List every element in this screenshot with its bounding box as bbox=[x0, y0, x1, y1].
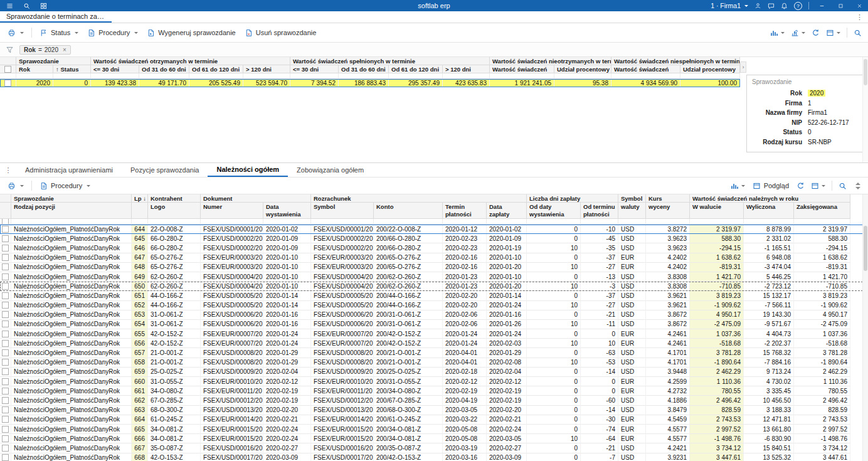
row-checkbox[interactable] bbox=[2, 435, 9, 442]
report-row[interactable]: 20200139 423.3849 171.70205 525.49523 59… bbox=[0, 79, 740, 87]
row-checkbox[interactable] bbox=[2, 426, 9, 433]
filter-cell[interactable] bbox=[201, 219, 263, 225]
more-options-icon[interactable]: ⋮ bbox=[851, 11, 868, 23]
filter-cell[interactable] bbox=[243, 73, 290, 79]
row-checkbox[interactable] bbox=[2, 397, 9, 404]
table-row[interactable]: NależnościOgółem_PłatnośćDanyRok66031-O-… bbox=[0, 377, 863, 386]
column-header[interactable]: > 120 dni bbox=[443, 65, 490, 73]
table-row[interactable]: NależnościOgółem_PłatnośćDanyRok64865-O-… bbox=[0, 263, 863, 272]
filter-cell[interactable] bbox=[53, 73, 91, 79]
filter-cell[interactable] bbox=[132, 219, 148, 225]
preview-button[interactable]: Podgląd bbox=[749, 180, 793, 192]
row-checkbox[interactable] bbox=[2, 321, 9, 327]
table-row[interactable]: NależnościOgółem_PłatnośćDanyRok64422-O-… bbox=[0, 225, 863, 234]
filter-cell[interactable] bbox=[680, 73, 740, 79]
filter-cell[interactable] bbox=[0, 73, 16, 79]
filter-cell[interactable] bbox=[794, 219, 850, 225]
filter-cell[interactable] bbox=[581, 219, 618, 225]
detail-scrollbar[interactable] bbox=[862, 57, 868, 162]
table-row[interactable]: NależnościOgółem_PłatnośćDanyRok66634-O-… bbox=[0, 434, 863, 443]
row-checkbox[interactable] bbox=[2, 368, 9, 375]
row-checkbox[interactable] bbox=[2, 378, 9, 385]
menu-icon[interactable] bbox=[6, 3, 13, 9]
column-header[interactable]: Wartość świadczeń bbox=[490, 65, 554, 73]
detail-tab[interactable]: Administracja uprawnieniami bbox=[16, 163, 122, 177]
search-button[interactable] bbox=[851, 27, 864, 39]
row-checkbox[interactable] bbox=[2, 359, 9, 366]
company-selector[interactable]: 1 · Firma1 bbox=[711, 2, 748, 9]
chat-icon[interactable] bbox=[768, 3, 775, 9]
filter-remove-icon[interactable]: × bbox=[63, 46, 66, 53]
row-checkbox[interactable] bbox=[4, 66, 11, 73]
table-row[interactable]: NależnościOgółem_PłatnośćDanyRok65062-O-… bbox=[0, 282, 863, 291]
chevron-down-icon[interactable] bbox=[855, 187, 860, 189]
table-row[interactable]: NależnościOgółem_PłatnośćDanyRok65244-O-… bbox=[0, 301, 863, 310]
chevron-up-icon[interactable] bbox=[855, 183, 860, 185]
row-checkbox[interactable] bbox=[2, 235, 9, 242]
row-checkbox[interactable] bbox=[2, 283, 9, 290]
user-icon[interactable] bbox=[754, 3, 761, 9]
filter-cell[interactable] bbox=[311, 219, 374, 225]
column-header[interactable]: <= 30 dni bbox=[91, 65, 139, 73]
maximize-button[interactable] bbox=[834, 0, 847, 11]
table-row[interactable]: NależnościOgółem_PłatnośćDanyRok66534-O-… bbox=[0, 425, 863, 434]
table-row[interactable]: NależnościOgółem_PłatnośćDanyRok66461-O-… bbox=[0, 415, 863, 425]
detail-tab[interactable]: Należności ogółem bbox=[208, 163, 288, 177]
refresh-button[interactable] bbox=[794, 180, 807, 192]
column-header[interactable]: Termin płatności bbox=[443, 203, 487, 219]
column-header[interactable] bbox=[132, 203, 148, 219]
row-checkbox[interactable] bbox=[2, 331, 9, 337]
table-row[interactable]: NależnościOgółem_PłatnośćDanyRok65721-O-… bbox=[0, 348, 863, 358]
filter-cell[interactable] bbox=[443, 219, 487, 225]
column-header[interactable]: Od terminu płatności bbox=[581, 203, 618, 219]
help-icon[interactable]: ? bbox=[794, 2, 802, 10]
table-row[interactable]: NależnościOgółem_PłatnośćDanyRok66134-O-… bbox=[0, 386, 863, 396]
row-checkbox[interactable] bbox=[2, 311, 9, 318]
split-scroll-buttons[interactable] bbox=[852, 181, 864, 191]
filter-cell[interactable] bbox=[189, 73, 243, 79]
row-checkbox[interactable] bbox=[2, 273, 9, 280]
filter-cell[interactable] bbox=[389, 73, 443, 79]
generate-report-button[interactable]: Wygeneruj sprawozdanie bbox=[143, 27, 239, 39]
close-button[interactable] bbox=[853, 0, 865, 11]
apps-grid-icon[interactable] bbox=[40, 3, 47, 9]
filter-cell[interactable] bbox=[744, 219, 794, 225]
filter-cell[interactable] bbox=[618, 219, 646, 225]
table-row[interactable]: NależnościOgółem_PłatnośćDanyRok66735-O-… bbox=[0, 443, 863, 453]
row-checkbox[interactable] bbox=[4, 80, 11, 87]
column-header[interactable]: Wyliczona bbox=[744, 203, 794, 219]
print-button[interactable] bbox=[4, 180, 28, 192]
filter-cell[interactable] bbox=[148, 219, 201, 225]
search-button[interactable] bbox=[836, 180, 849, 192]
tab-overflow-icon[interactable]: ⋮ bbox=[0, 163, 16, 177]
table-row[interactable]: NależnościOgółem_PłatnośćDanyRok64765-O-… bbox=[0, 253, 863, 263]
scroll-thumb[interactable] bbox=[864, 226, 867, 271]
filter-cell[interactable] bbox=[374, 219, 443, 225]
column-header[interactable]: Rodzaj pozycji bbox=[11, 203, 132, 219]
column-header[interactable]: W walucie bbox=[690, 203, 744, 219]
filter-cell[interactable] bbox=[443, 73, 490, 79]
row-checkbox[interactable] bbox=[2, 416, 9, 423]
table-row[interactable]: NależnościOgółem_PłatnośćDanyRok65331-O-… bbox=[0, 310, 863, 320]
table-row[interactable]: NależnościOgółem_PłatnośćDanyRok66267-O-… bbox=[0, 396, 863, 405]
row-checkbox[interactable] bbox=[2, 263, 9, 270]
column-header[interactable]: Wartość świadczeń bbox=[611, 65, 680, 73]
layout-button[interactable] bbox=[808, 180, 828, 192]
column-header[interactable]: wyceny bbox=[646, 203, 690, 219]
table-row[interactable]: NależnościOgółem_PłatnośćDanyRok66842-O-… bbox=[0, 453, 863, 461]
row-checkbox[interactable] bbox=[2, 219, 9, 225]
row-checkbox[interactable] bbox=[2, 388, 9, 395]
column-header[interactable]: Od 61 do 120 dni bbox=[389, 65, 443, 73]
filter-cell[interactable] bbox=[339, 73, 389, 79]
row-checkbox[interactable] bbox=[2, 340, 9, 347]
filter-cell[interactable] bbox=[263, 219, 311, 225]
layout-button[interactable] bbox=[823, 27, 843, 39]
column-header[interactable]: Rok bbox=[16, 65, 53, 73]
bell-icon[interactable] bbox=[781, 3, 788, 9]
filter-cell[interactable] bbox=[527, 219, 581, 225]
detail-tab[interactable]: Zobowiązania ogółem bbox=[288, 163, 373, 177]
row-checkbox[interactable] bbox=[2, 245, 9, 252]
minimize-button[interactable] bbox=[815, 0, 828, 11]
column-header[interactable]: Od daty wystawienia bbox=[527, 203, 581, 219]
table-row[interactable]: NależnościOgółem_PłatnośćDanyRok65642-O-… bbox=[0, 339, 863, 348]
